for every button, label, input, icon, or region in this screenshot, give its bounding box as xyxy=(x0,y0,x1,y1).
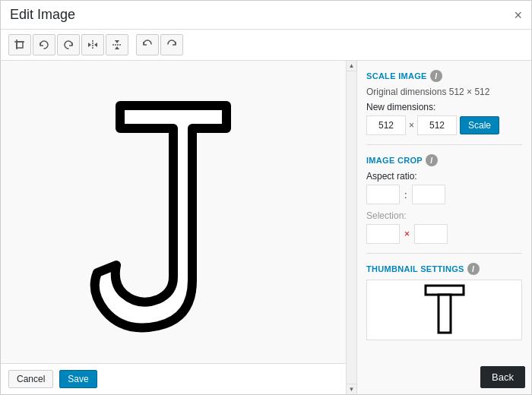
crop-help-icon[interactable]: i xyxy=(426,154,438,166)
scroll-down-arrow[interactable]: ▼ xyxy=(347,384,357,394)
thumbnail-section-title: THUMBNAIL SETTINGS i xyxy=(366,263,522,275)
image-canvas xyxy=(1,61,346,363)
toolbar xyxy=(1,30,531,61)
rotate-left-button[interactable] xyxy=(33,34,55,55)
image-footer: Cancel Save xyxy=(1,363,346,394)
original-dims: Original dimensions 512 × 512 xyxy=(366,87,522,97)
aspect-label: Aspect ratio: xyxy=(366,171,522,182)
scroll-up-arrow[interactable]: ▲ xyxy=(347,61,357,71)
svg-marker-7 xyxy=(94,43,97,47)
aspect-colon: : xyxy=(404,189,407,201)
selection-height-input[interactable] xyxy=(414,224,448,244)
svg-marker-9 xyxy=(115,40,119,43)
selection-row: × xyxy=(366,224,522,244)
modal-title: Edit Image xyxy=(10,7,75,23)
save-button[interactable]: Save xyxy=(59,370,97,388)
crop-section-title: IMAGE CROP i xyxy=(366,154,522,166)
modal-header: Edit Image × xyxy=(1,1,531,30)
sidebar: SCALE IMAGE i Original dimensions 512 × … xyxy=(356,61,531,394)
section-divider-1 xyxy=(366,144,522,145)
scale-help-icon[interactable]: i xyxy=(430,70,442,82)
svg-rect-12 xyxy=(439,295,451,333)
crop-tool-button[interactable] xyxy=(8,34,31,55)
flip-horizontal-button[interactable] xyxy=(81,34,104,55)
selection-x-separator: × xyxy=(404,229,410,239)
modal-body: Cancel Save ▲ ▼ SCALE IMAGE i Original d… xyxy=(1,61,531,394)
svg-marker-6 xyxy=(88,43,91,47)
selection-label: Selection: xyxy=(366,210,522,221)
close-button[interactable]: × xyxy=(514,8,522,22)
cancel-button[interactable]: Cancel xyxy=(8,370,53,388)
image-preview xyxy=(74,83,272,341)
back-button[interactable]: Back xyxy=(480,366,525,388)
image-area: Cancel Save xyxy=(1,61,346,394)
section-divider-2 xyxy=(366,253,522,254)
aspect-row: : xyxy=(366,185,522,204)
svg-rect-11 xyxy=(426,286,464,295)
scroll-track: ▲ ▼ xyxy=(346,61,356,394)
dimensions-row: × Scale xyxy=(366,115,522,135)
modal-bottom: Back xyxy=(480,366,525,388)
thumbnail-help-icon[interactable]: i xyxy=(467,263,480,275)
aspect-height-input[interactable] xyxy=(412,185,445,204)
new-dims-label: New dimensions: xyxy=(366,102,522,112)
width-input[interactable] xyxy=(366,115,406,135)
aspect-width-input[interactable] xyxy=(366,185,400,204)
thumbnail-area xyxy=(366,280,522,340)
thumbnail-image xyxy=(422,282,467,339)
dim-separator: × xyxy=(409,120,414,131)
modal-wrapper: Edit Image × xyxy=(0,0,532,395)
undo-button[interactable] xyxy=(136,34,159,55)
redo-button[interactable] xyxy=(160,34,183,55)
rotate-right-button[interactable] xyxy=(57,34,80,55)
selection-width-input[interactable] xyxy=(366,224,400,244)
scale-button[interactable]: Scale xyxy=(460,116,499,134)
height-input[interactable] xyxy=(417,115,457,135)
svg-rect-2 xyxy=(17,42,23,48)
flip-vertical-button[interactable] xyxy=(106,34,128,55)
scale-section-title: SCALE IMAGE i xyxy=(366,70,522,82)
svg-marker-10 xyxy=(115,46,119,49)
